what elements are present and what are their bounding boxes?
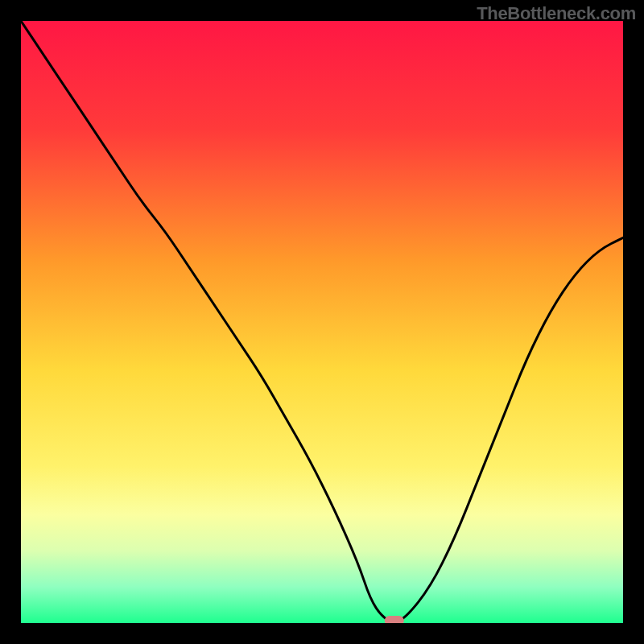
gradient-background [21, 21, 623, 623]
plot-svg [21, 21, 623, 623]
chart-frame: TheBottleneck.com [0, 0, 644, 644]
watermark-text: TheBottleneck.com [477, 3, 636, 24]
optimal-marker [385, 616, 404, 623]
plot-area [21, 21, 623, 623]
